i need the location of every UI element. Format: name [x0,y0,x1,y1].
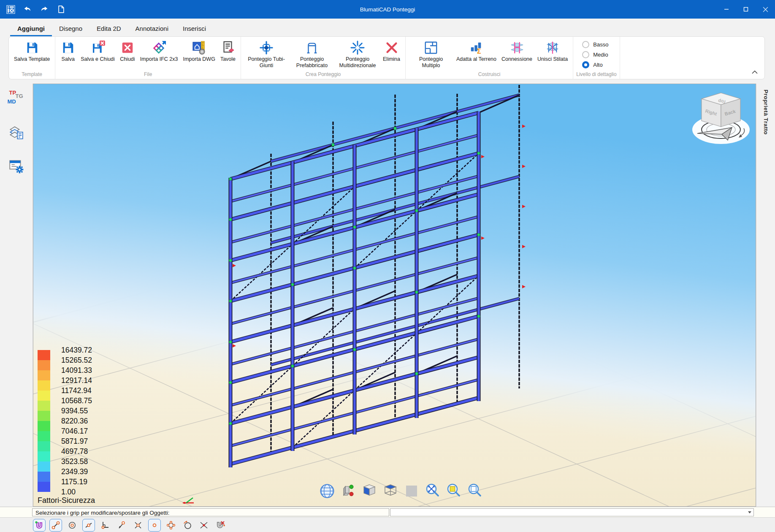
snap-endpoint[interactable] [49,519,62,532]
unisci-stilata-button[interactable]: Unisci Stilata [535,39,570,63]
ponteggio-tubi-giunti-button[interactable]: Ponteggio Tubi-Giunti [244,39,289,70]
legend-color-cell [38,350,50,360]
ponteggio-multidirezionale-button[interactable]: Ponteggio Multidirezionale [335,39,380,70]
tab-edita-2d[interactable]: Edita 2D [89,22,128,36]
ribbon-collapse-button[interactable] [750,69,759,76]
adatta-terreno-icon: Σ [469,40,484,55]
scene-3d [33,84,756,507]
view-shaded-icon[interactable] [361,483,378,499]
legend-value: 12917.14 [61,376,92,385]
snap-quadrant[interactable] [165,519,177,532]
connessione-icon [509,40,525,55]
app-logo-icon[interactable] [5,4,16,15]
tab-annotazioni[interactable]: Annotazioni [128,22,176,36]
dropdown-arrow-icon[interactable] [748,511,752,514]
globe-icon[interactable] [319,483,336,499]
snap-disable[interactable] [214,519,227,532]
new-document-icon[interactable] [56,4,67,15]
zoom-window-icon[interactable] [445,483,462,499]
radio-alto[interactable]: Alto [582,61,611,68]
viewport-3d-canvas[interactable]: 16439.7215265.5214091.3312917.1411742.94… [33,84,756,507]
button-label: Connessione [501,56,532,62]
tab-disegno[interactable]: Disegno [52,22,89,36]
legend-value: 11742.94 [61,386,92,395]
button-label: Elimina [383,56,400,62]
view-wire-icon[interactable] [382,483,399,499]
import-dwg-icon [192,40,207,55]
maximize-button[interactable] [736,0,756,19]
undo-icon[interactable] [22,4,33,15]
snap-apparent-intersection[interactable] [198,519,210,532]
zoom-previous-icon[interactable] [466,483,483,499]
radio-basso[interactable]: Basso [582,41,611,48]
snap-magnet[interactable] [33,519,46,532]
legend-value: 1175.19 [61,478,87,486]
view-toolbar [319,483,483,499]
ribbon-group-template: Salva TemplateTemplate [9,37,55,79]
close-button[interactable] [756,0,775,19]
navigation-cube[interactable]: Top Right Back [691,86,755,150]
button-label: Salva [62,56,75,62]
list-settings-icon[interactable] [6,156,26,175]
salva-button[interactable]: Salva [58,39,78,63]
snap-perpendicular[interactable] [99,519,111,532]
ribbon-group-crea-ponteggio: Ponteggio Tubi-GiuntiPonteggio Prefabbri… [241,37,406,79]
radio-label: Alto [593,62,602,68]
tavole-button[interactable]: Tavole [218,39,238,63]
snap-rotation[interactable] [181,519,194,532]
unisci-stilata-icon [545,40,560,55]
view-plain-icon[interactable] [403,483,420,499]
legend-value: 3523.58 [61,457,88,466]
left-toolbar: TPTGMD [0,84,33,507]
connessione-button[interactable]: Connessione [499,39,534,63]
snap-center[interactable] [66,519,79,532]
legend-value: 5871.97 [61,437,88,446]
button-label: Unisci Stilata [537,56,568,62]
tp-tg-md-icon[interactable]: TPTGMD [6,90,26,109]
statusbar: Selezionare i grip per modificare/sposta… [0,507,775,517]
legend-color-bar [38,350,50,492]
legend-value: 14091.33 [61,366,92,375]
radio-dot-alto[interactable] [582,61,589,68]
ribbon-group-label: Costruisci [409,71,570,78]
chiudi-button[interactable]: Chiudi [118,39,137,63]
button-label: Ponteggio Tubi-Giunti [246,56,287,69]
redo-icon[interactable] [39,4,50,15]
ribbon-group-label: Livello di dettaglio [576,71,616,78]
legend-color-cell [38,482,50,492]
importa-ifc-2x3-button[interactable]: Importa IFC 2x3 [138,39,180,63]
radio-medio[interactable]: Medio [582,51,611,58]
importa-dwg-button[interactable]: Importa DWG [181,39,217,63]
label-tg: TG [15,93,23,99]
window-title: BlumatiCAD Ponteggi [0,6,775,13]
minimize-button[interactable] [717,0,736,19]
radio-dot-medio[interactable] [582,51,589,58]
ponteggio-prefabbricato-button[interactable]: Ponteggio Prefabbricato [290,39,334,70]
layers-icon[interactable] [6,123,26,142]
tab-inserisci[interactable]: Inserisci [176,22,213,36]
tavole-icon [220,40,236,55]
snap-nearest[interactable] [82,519,95,532]
radio-dot-basso[interactable] [582,41,589,48]
zoom-extents-icon[interactable] [424,483,441,499]
ribbon-spacer [620,37,764,79]
ponteggio-multiplo-button[interactable]: Ponteggio Multiplo [409,39,453,70]
command-prompt: Selezionare i grip per modificare/sposta… [32,508,389,516]
elimina-icon [384,40,399,55]
adatta-al-terreno-button[interactable]: ΣAdatta al Terreno [454,39,499,63]
legend-color-cell [38,461,50,472]
salva-template-button[interactable]: Salva Template [12,39,52,63]
tab-aggiungi[interactable]: Aggiungi [10,22,52,36]
snap-tangent-point[interactable] [115,519,128,532]
pont-prefab-icon [304,40,320,55]
right-panel-title[interactable]: Proprietà Tratto [763,90,769,507]
titlebar: BlumatiCAD Ponteggi [0,0,775,19]
snap-intersection[interactable] [132,519,144,532]
right-panel-strip[interactable]: Proprietà Tratto [756,84,775,507]
elimina-button[interactable]: Elimina [381,39,402,63]
ucs-icon[interactable] [340,483,357,499]
command-input[interactable] [390,508,754,516]
salva-e-chiudi-button[interactable]: Salva e Chiudi [79,39,117,63]
ribbon-group-label: File [58,71,238,78]
snap-node[interactable] [148,519,161,532]
